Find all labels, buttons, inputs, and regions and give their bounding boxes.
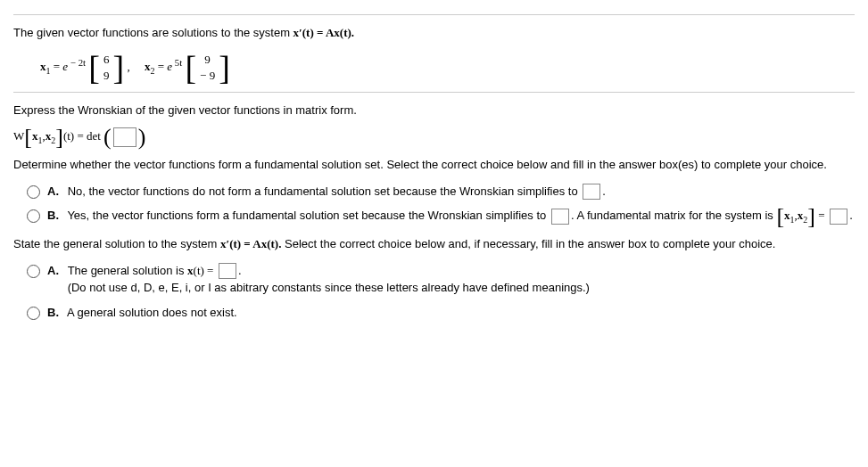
bracket-close-icon: ] bbox=[219, 51, 230, 85]
wronskian-matrix-input[interactable] bbox=[113, 127, 136, 147]
problem-intro: The given vector functions are solutions… bbox=[13, 24, 855, 42]
general-solution-prompt: State the general solution to the system… bbox=[13, 235, 855, 253]
radio-icon[interactable] bbox=[27, 185, 40, 199]
intro-equation: x′(t) = Ax(t). bbox=[293, 26, 354, 39]
intro-text: The given vector functions are solutions… bbox=[13, 26, 293, 39]
bracket-open-icon: [ bbox=[88, 51, 100, 85]
bracket-open-icon: [ bbox=[185, 51, 196, 85]
radio-icon[interactable] bbox=[27, 265, 40, 278]
q2a-input[interactable] bbox=[219, 263, 236, 279]
q1b-input-2[interactable] bbox=[830, 209, 847, 225]
wronskian-prompt: Express the Wronskian of the given vecto… bbox=[13, 102, 855, 119]
q1a-input[interactable] bbox=[583, 184, 600, 200]
fundamental-set-prompt: Determine whether the vector functions f… bbox=[13, 156, 855, 174]
wronskian-equation: W[x1,x2](t) = det () bbox=[13, 127, 855, 147]
radio-icon[interactable] bbox=[27, 209, 40, 223]
bracket-close-icon: ] bbox=[112, 51, 124, 85]
option-q2-b[interactable]: B. A general solution does not exist. bbox=[27, 304, 855, 322]
q1b-input-1[interactable] bbox=[551, 209, 569, 225]
radio-icon[interactable] bbox=[27, 307, 40, 320]
vector-definitions: x1 = e − 2t [ 6 9 ] , x2 = e 5t [ 9 − 9 … bbox=[40, 51, 855, 85]
option-q2-a[interactable]: A. The general solution is x(t) = . (Do … bbox=[27, 262, 855, 297]
option-q1-b[interactable]: B. Yes, the vector functions form a fund… bbox=[27, 207, 855, 226]
option-q1-a[interactable]: A. No, the vector functions do not form … bbox=[27, 183, 855, 201]
